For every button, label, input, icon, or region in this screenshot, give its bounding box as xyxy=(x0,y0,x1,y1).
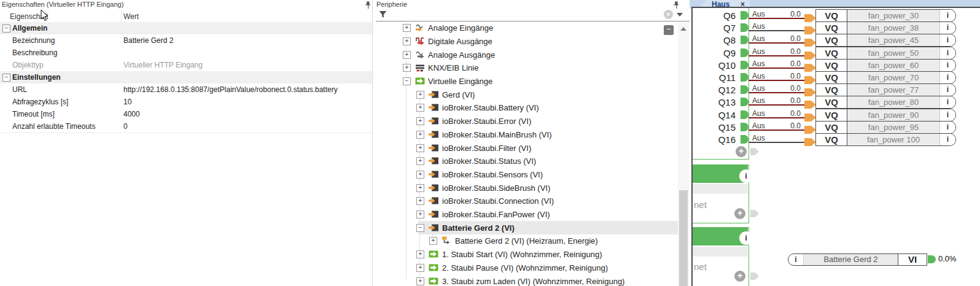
input-connector-icon[interactable] xyxy=(804,138,816,146)
info-icon[interactable]: i xyxy=(739,169,753,183)
info-icon[interactable]: i xyxy=(939,84,955,96)
expander-icon[interactable]: + xyxy=(403,51,411,59)
expander-icon[interactable]: + xyxy=(416,117,424,125)
tree-item-iobroker-mainbrush[interactable]: + ioBroker.Staubi.MainBrush (VI) xyxy=(373,128,678,141)
expander-icon[interactable]: + xyxy=(416,250,424,258)
output-connector[interactable] xyxy=(741,135,749,144)
property-value[interactable]: Batterie Gerd 2 xyxy=(123,36,173,45)
expander-icon[interactable]: − xyxy=(403,77,411,85)
tree-item-virtuelle-eingaenge[interactable]: − Virtuelle Eingänge xyxy=(373,74,678,88)
virtual-output-block[interactable]: VQ fan_power_38 i xyxy=(815,21,956,34)
expander-icon[interactable]: + xyxy=(416,277,424,285)
input-connector-icon[interactable] xyxy=(804,101,816,109)
output-connector[interactable] xyxy=(741,23,749,32)
tree-item-gerd[interactable]: + Gerd (VI) xyxy=(373,88,678,101)
tree-item-digitale-ausgaenge[interactable]: + Digitale Ausgänge xyxy=(373,34,678,48)
property-value[interactable]: 4000 xyxy=(123,110,140,118)
virtual-output-block[interactable]: VQ fan_power_80 i xyxy=(815,96,956,109)
info-icon[interactable]: i xyxy=(739,231,753,245)
property-value[interactable]: http://192.168.0.135:8087/getPlainValue/… xyxy=(123,85,338,94)
virtual-output-block[interactable]: VQ fan_power_70 i xyxy=(815,71,956,84)
tree-item-staubi-zum-laden[interactable]: + 3. Staubi zum Laden (VI) (Wohnzimmer, … xyxy=(373,274,678,286)
program-canvas[interactable]: Q6 Aus 0.0 VQ fan_power_30 i Q7 Aus VQ f… xyxy=(693,8,980,286)
info-icon[interactable]: i xyxy=(939,22,955,34)
output-connector[interactable] xyxy=(741,123,749,131)
expander-icon[interactable]: + xyxy=(416,197,424,205)
tree-item-staubi-pause[interactable]: + 2. Staubi Pause (VI) (Wohnzimmer, Rein… xyxy=(373,261,678,274)
info-icon[interactable]: i xyxy=(939,34,955,46)
property-value[interactable]: 0 xyxy=(123,122,128,131)
tree-item-knx-eib-linie[interactable]: + KNX/EIB Linie xyxy=(373,61,678,74)
expander-icon[interactable]: + xyxy=(416,171,424,179)
info-icon[interactable]: i xyxy=(939,109,955,121)
scrollbar-thumb[interactable] xyxy=(679,190,688,286)
filter-clear-icon[interactable]: × xyxy=(664,10,673,19)
tree-item-iobroker-filter[interactable]: + ioBroker.Staubi.Filter (VI) xyxy=(373,141,678,155)
info-icon[interactable]: i xyxy=(939,60,955,71)
expander-icon[interactable]: + xyxy=(416,264,424,272)
virtual-output-block[interactable]: VQ fan_power_95 i xyxy=(815,121,956,134)
output-connector[interactable] xyxy=(928,255,936,263)
tree-item-analoge-ausgaenge[interactable]: + Analoge Ausgänge xyxy=(373,48,678,61)
filter-input[interactable] xyxy=(391,10,657,20)
output-connector[interactable] xyxy=(741,48,749,57)
tree-item-batterie-gerd-2-child[interactable]: + Batterie Gerd 2 (VI) (Heizraum, Energi… xyxy=(373,234,678,247)
tree-item-iobroker-connection[interactable]: + ioBroker.Staubi.Connection (VI) xyxy=(373,194,678,207)
tree-item-iobroker-sensors[interactable]: + ioBroker.Staubi.Sensors (VI) xyxy=(373,168,678,181)
virtual-output-block[interactable]: VQ fan_power 100 i xyxy=(815,133,956,146)
pin-icon[interactable] xyxy=(365,1,371,9)
output-connector[interactable] xyxy=(741,85,749,94)
expander-icon[interactable]: + xyxy=(416,91,424,99)
property-value[interactable]: 10 xyxy=(123,98,131,106)
info-icon[interactable]: i xyxy=(939,96,955,108)
info-icon[interactable]: i xyxy=(939,122,955,133)
filter-dropdown-icon[interactable] xyxy=(677,13,683,17)
info-icon[interactable]: i xyxy=(939,72,955,83)
expander-icon[interactable]: + xyxy=(403,24,411,32)
virtual-output-block[interactable]: VQ fan_power_50 i xyxy=(815,47,956,60)
tree-item-iobroker-status[interactable]: + ioBroker.Staubi.Status (VI) xyxy=(373,154,678,168)
collapse-all-button[interactable]: − xyxy=(664,25,674,35)
expander-icon[interactable]: + xyxy=(416,211,424,218)
virtual-output-block[interactable]: VQ fan_power_30 i xyxy=(815,9,956,22)
collapse-section-icon[interactable]: − xyxy=(2,74,10,82)
output-connector[interactable] xyxy=(741,61,749,69)
output-connector[interactable] xyxy=(750,148,759,155)
output-connector[interactable] xyxy=(741,73,749,82)
add-output-button[interactable]: + xyxy=(734,271,745,282)
info-icon[interactable]: i xyxy=(939,134,955,145)
expander-icon[interactable]: + xyxy=(416,144,424,152)
scroll-up-icon[interactable] xyxy=(680,27,686,31)
expander-icon[interactable]: + xyxy=(416,157,424,165)
input-connector-icon[interactable] xyxy=(804,39,816,47)
add-output-button[interactable]: + xyxy=(734,208,745,219)
tree-item-iobroker-fanpower[interactable]: + ioBroker.Staubi.FanPower (VI) xyxy=(373,207,678,221)
tree-item-staubi-start[interactable]: + 1. Staubi Start (VI) (Wohnzimmer, Rein… xyxy=(373,247,678,261)
output-connector[interactable] xyxy=(750,210,759,217)
tree-item-batterie-gerd-2-selected[interactable]: − Batterie Gerd 2 (VI) xyxy=(373,221,678,234)
output-connector[interactable] xyxy=(741,110,749,119)
add-output-button[interactable]: + xyxy=(736,146,747,157)
output-connector[interactable] xyxy=(741,36,749,44)
section-allgemein[interactable]: − Allgemein xyxy=(0,22,372,35)
info-icon[interactable]: i xyxy=(939,10,955,21)
virtual-output-block[interactable]: VQ fan_power_45 i xyxy=(815,34,956,47)
expander-icon[interactable]: + xyxy=(403,64,411,72)
expander-icon[interactable]: + xyxy=(429,237,437,245)
virtual-input-block[interactable]: i Batterie Gerd 2 VI xyxy=(788,253,927,266)
tree-item-iobroker-battery[interactable]: + ioBroker.Staubi.Battery (VI) xyxy=(373,101,678,114)
tree-scrollbar[interactable] xyxy=(678,22,689,286)
tree-item-iobroker-error[interactable]: + ioBroker.Staubi.Error (VI) xyxy=(373,114,678,128)
expander-icon[interactable]: + xyxy=(416,184,424,192)
output-connector[interactable] xyxy=(741,98,749,106)
expander-icon[interactable]: − xyxy=(416,224,424,232)
tree-item-iobroker-sidebrush[interactable]: + ioBroker.Staubi.SideBrush (VI) xyxy=(373,181,678,195)
collapse-section-icon[interactable]: − xyxy=(2,25,10,33)
tree-item-analoge-eingaenge[interactable]: + Analoge Eingänge xyxy=(373,21,678,34)
virtual-output-block[interactable]: VQ fan_power_60 i xyxy=(815,59,956,72)
section-einstellungen[interactable]: − Einstellungen xyxy=(0,71,372,84)
expander-icon[interactable]: + xyxy=(416,104,424,112)
output-connector[interactable] xyxy=(750,272,759,280)
info-icon[interactable]: i xyxy=(939,47,955,59)
virtual-output-block[interactable]: VQ fan_power_77 i xyxy=(815,83,956,96)
